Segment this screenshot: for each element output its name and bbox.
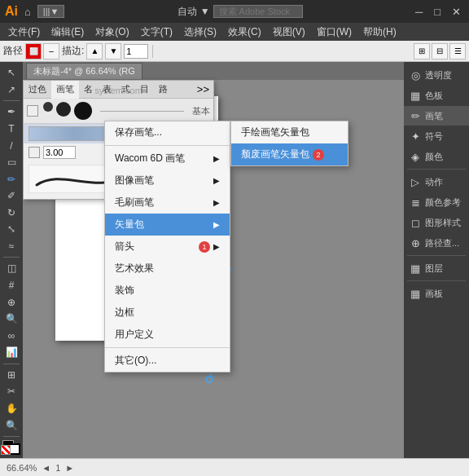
- rp-color-label: 颜色: [425, 151, 443, 163]
- cm-wacom[interactable]: Wacom 6D 画笔 ▶: [105, 148, 230, 170]
- minimize-button[interactable]: ─: [412, 6, 426, 18]
- rotate-tool[interactable]: ↻: [2, 205, 20, 221]
- brush-option-group: [43, 102, 92, 120]
- brush-dot-sm[interactable]: [43, 102, 53, 112]
- zoom-tool[interactable]: 🔍: [2, 417, 20, 433]
- swatches-icon: ▦: [409, 89, 422, 102]
- line-tool[interactable]: /: [2, 138, 20, 153]
- artboard-tool[interactable]: ⊞: [2, 368, 20, 383]
- menu-select[interactable]: 选择(S): [179, 24, 221, 41]
- rp-actions[interactable]: ▷ 动作: [404, 172, 469, 192]
- menu-view[interactable]: 视图(V): [268, 24, 310, 41]
- cm-bristle[interactable]: 毛刷画笔 ▶: [105, 192, 230, 214]
- stroke-color[interactable]: [9, 443, 20, 455]
- search-input[interactable]: [213, 5, 303, 18]
- brush-tab-lu[interactable]: 路: [154, 81, 173, 98]
- cm-user[interactable]: 用户定义: [105, 324, 230, 346]
- stroke-down-icon[interactable]: ▼: [105, 43, 121, 60]
- menu-effect[interactable]: 效果(C): [223, 24, 266, 41]
- brush-tab-biao[interactable]: 表: [98, 81, 116, 98]
- stroke-up-icon[interactable]: ▲: [86, 43, 103, 60]
- more-icon[interactable]: ☰: [449, 43, 466, 60]
- rp-transparency-label: 透明度: [425, 69, 452, 82]
- rp-graphicstyle-label: 图形样式: [425, 217, 461, 229]
- cm-deco[interactable]: 装饰: [105, 280, 230, 302]
- menu-file[interactable]: 文件(F): [3, 24, 45, 41]
- cm-vector[interactable]: 矢量包 ▶: [105, 214, 230, 236]
- layout-button[interactable]: |||▼: [37, 5, 64, 18]
- maximize-button[interactable]: □: [431, 6, 444, 18]
- brush-size-input[interactable]: [43, 146, 76, 159]
- brush-option-1[interactable]: [27, 105, 38, 117]
- rp-artboard[interactable]: ▦ 画板: [404, 284, 469, 303]
- close-button[interactable]: ✕: [449, 6, 464, 18]
- align-icon[interactable]: ⊞: [414, 43, 430, 60]
- scale-tool[interactable]: ⤡: [2, 222, 20, 237]
- pen-tool[interactable]: ✒: [2, 104, 20, 120]
- cm-border[interactable]: 边框: [105, 302, 230, 324]
- brush-tab-mu[interactable]: 目: [135, 81, 154, 98]
- rp-pathfinder[interactable]: ⊕ 路径查...: [404, 233, 469, 253]
- brush-tab-huabi[interactable]: 画笔: [51, 81, 79, 99]
- canvas-tab[interactable]: 未标题-4* @ 66.64% (RG: [26, 63, 142, 79]
- pencil-tool[interactable]: ✐: [2, 188, 20, 204]
- menu-text[interactable]: 文字(T): [136, 24, 178, 41]
- type-tool[interactable]: T: [2, 121, 20, 137]
- sm-grunge[interactable]: 颓废画笔矢量包 2: [231, 143, 348, 165]
- colorguide-icon: ≣: [409, 196, 422, 209]
- select-tool[interactable]: ↖: [2, 65, 20, 81]
- brush-size-icon[interactable]: [28, 147, 40, 158]
- cm-image[interactable]: 图像画笔 ▶: [105, 170, 230, 192]
- slice-tool[interactable]: ✂: [2, 384, 20, 399]
- sm-badge-2: 2: [313, 149, 324, 161]
- rp-sep-1: [407, 169, 466, 170]
- rp-artboard-label: 画板: [425, 288, 443, 300]
- paintbrush-tool[interactable]: ✏: [2, 171, 20, 187]
- blend-tool[interactable]: ∞: [2, 328, 20, 344]
- lt-separator-1: [3, 100, 20, 101]
- eyedropper-tool[interactable]: 🔍: [2, 311, 20, 327]
- arrange-dropdown-icon[interactable]: ▼: [200, 6, 210, 17]
- brush-dot-lg[interactable]: [74, 102, 92, 120]
- cm-save[interactable]: 保存画笔...: [105, 121, 230, 143]
- direct-select-tool[interactable]: ↗: [2, 82, 20, 98]
- shape-builder-tool[interactable]: ⊕: [2, 294, 20, 310]
- home-icon[interactable]: ⌂: [24, 6, 31, 18]
- menu-object[interactable]: 对象(O): [90, 24, 134, 41]
- rp-transparency[interactable]: ◎ 透明度: [404, 65, 469, 85]
- canvas-inner: 过色 画笔 名 表 式 目 路 >>: [23, 80, 404, 458]
- stroke-dash-icon[interactable]: –: [43, 43, 59, 60]
- rp-color[interactable]: ◈ 颜色: [404, 147, 469, 166]
- brush-more-btn[interactable]: >>: [193, 81, 213, 98]
- brush-tab-guose[interactable]: 过色: [24, 81, 51, 98]
- cm-other[interactable]: 其它(O)...: [105, 350, 230, 372]
- rp-layers[interactable]: ▦ 图层: [404, 258, 469, 278]
- stroke-value-input[interactable]: [124, 44, 148, 59]
- brush-dot-md[interactable]: [56, 102, 71, 117]
- gradient-tool[interactable]: ◫: [2, 261, 20, 276]
- arrange-label: 自动: [178, 5, 197, 19]
- cm-art[interactable]: 艺术效果: [105, 258, 230, 280]
- menu-edit[interactable]: 编辑(E): [46, 24, 89, 41]
- mesh-tool[interactable]: #: [2, 278, 20, 293]
- warp-tool[interactable]: ≈: [2, 239, 20, 254]
- cm-arrow[interactable]: 箭头 1 ▶: [105, 236, 230, 258]
- brush-tab-ming[interactable]: 名: [79, 81, 98, 98]
- stroke-color-icon[interactable]: ⬜: [25, 43, 42, 60]
- rp-brushes[interactable]: ✏ 画笔: [404, 106, 469, 126]
- brush-tab-shi[interactable]: 式: [116, 81, 135, 98]
- nav-next[interactable]: ►: [65, 463, 74, 473]
- menu-help[interactable]: 帮助(H): [358, 24, 401, 41]
- hand-tool[interactable]: ✋: [2, 401, 20, 416]
- chart-tool[interactable]: 📊: [2, 345, 20, 360]
- nav-prev[interactable]: ◄: [42, 463, 50, 473]
- rect-tool[interactable]: ▭: [2, 155, 20, 170]
- rp-graphicstyle[interactable]: ◻ 图形样式: [404, 213, 469, 232]
- transform-icon[interactable]: ⊟: [432, 43, 448, 60]
- rp-swatches[interactable]: ▦ 色板: [404, 86, 469, 105]
- lt-separator-2: [3, 257, 20, 258]
- rp-colorguide[interactable]: ≣ 颜色参考: [404, 192, 469, 212]
- sm-handdrawn[interactable]: 手绘画笔矢量包: [231, 121, 348, 143]
- menu-window[interactable]: 窗口(W): [312, 24, 357, 41]
- rp-symbols[interactable]: ✦ 符号: [404, 126, 469, 146]
